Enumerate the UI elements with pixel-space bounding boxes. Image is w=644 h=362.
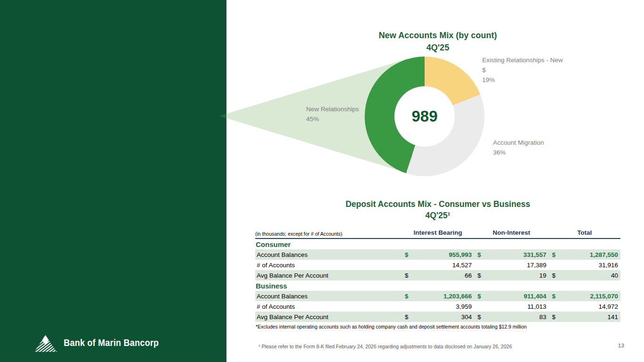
cell-value: 911,404 (524, 293, 546, 300)
table-row: Avg Balance Per Account$66$19$40 (255, 270, 620, 280)
cell-value: 83 (539, 313, 546, 321)
table-cell: $66 (401, 272, 474, 279)
dollar-sign: $ (405, 293, 409, 300)
dollar-sign: $ (552, 313, 556, 321)
cell-value: 304 (461, 313, 472, 321)
table-row: # of Accounts3,95911,01314,972 (255, 301, 620, 312)
table-row: Account Balances$955,993$331,557$1,287,5… (255, 249, 620, 260)
cell-value: 2,115,070 (590, 293, 618, 300)
cell-value: 17,389 (527, 262, 546, 269)
table-cell: $19 (474, 272, 549, 279)
donut-chart-title-line: New Accounts Mix (by count) (255, 29, 620, 41)
dollar-sign: $ (477, 251, 481, 258)
donut-center-value: 989 (411, 107, 437, 125)
dollar-sign: $ (477, 293, 481, 300)
dollar-sign: $ (477, 272, 481, 279)
cell-value: 31,916 (599, 262, 618, 269)
dollar-sign: $ (552, 293, 556, 300)
cell-value: 141 (607, 313, 618, 321)
table-title: Deposit Accounts Mix - Consumer vs Busin… (255, 198, 620, 221)
donut-chart: 989 (365, 57, 485, 176)
table-row: Account Balances$1,203,666$911,404$2,115… (255, 291, 620, 301)
table-subtitle: 4Q'25¹ (255, 210, 620, 221)
table-cell: 17,389 (474, 262, 549, 269)
units-note: (in thousands; except for # of Accounts) (255, 231, 401, 237)
table-cell: $1,287,550 (549, 251, 620, 258)
table-cell: 11,013 (474, 303, 549, 310)
dollar-sign: $ (477, 313, 481, 321)
cell-value: 11,013 (527, 303, 546, 310)
donut-label-existing-relationships: Existing Relationships - New $ 19% (482, 55, 565, 85)
page-number: 13 (618, 343, 624, 348)
slice-percent: 45% (306, 114, 359, 124)
donut-chart-subtitle: 4Q'25 (255, 41, 620, 54)
table-cell: 31,916 (549, 262, 620, 269)
table-title-line: Deposit Accounts Mix - Consumer vs Busin… (255, 198, 620, 210)
logo-text: Bank of Marin Bancorp (64, 337, 159, 348)
cell-value: 331,557 (523, 251, 546, 258)
row-label: Account Balances (255, 251, 401, 258)
table-cell: 14,972 (549, 303, 620, 310)
deposit-table-body: ConsumerAccount Balances$955,993$331,557… (255, 239, 620, 322)
cell-value: 40 (611, 272, 618, 279)
table-cell: $40 (549, 272, 620, 279)
column-header-interest-bearing: Interest Bearing (401, 229, 474, 237)
table-section-header: Business (255, 280, 620, 291)
dollar-sign: $ (552, 251, 556, 258)
cell-value: 1,287,550 (590, 251, 618, 258)
deposit-table: Deposit Accounts Mix - Consumer vs Busin… (255, 198, 620, 329)
table-cell: 14,527 (401, 262, 474, 269)
table-cell: $304 (401, 313, 474, 321)
cell-value: 66 (465, 272, 472, 279)
row-label: Avg Balance Per Account (255, 272, 401, 279)
row-label: # of Accounts (255, 303, 401, 310)
slice-label: New Relationships (306, 106, 359, 113)
slice-percent: 36% (493, 148, 592, 157)
table-cell: $1,203,666 (401, 293, 474, 300)
cell-value: 14,527 (452, 262, 472, 269)
cell-value: 1,203,666 (443, 293, 472, 300)
mountain-icon (34, 334, 59, 353)
dollar-sign: $ (405, 251, 409, 258)
table-cell: $2,115,070 (549, 293, 620, 300)
dollar-sign: $ (405, 313, 409, 321)
donut-label-account-migration: Account Migration 36% (493, 138, 592, 157)
slide-page: Granular Deposit Account Composition 45%… (0, 0, 644, 362)
sidebar-panel (0, 0, 226, 362)
table-cell: $911,404 (474, 293, 549, 300)
column-header-total: Total (549, 229, 620, 237)
table-header-row: (in thousands; except for # of Accounts)… (255, 229, 620, 239)
row-label: Avg Balance Per Account (255, 313, 401, 321)
donut-label-new-relationships: New Relationships 45% (306, 104, 359, 124)
slice-percent: 19% (482, 75, 565, 85)
donut-hole: 989 (394, 86, 455, 147)
table-section-header: Consumer (255, 239, 620, 249)
table-cell: 3,959 (401, 303, 474, 310)
slice-label: Account Migration (493, 139, 544, 146)
cell-value: 3,959 (456, 303, 472, 310)
table-cell: $141 (549, 313, 620, 321)
company-logo: Bank of Marin Bancorp (34, 334, 164, 353)
cell-value: 19 (539, 272, 546, 279)
cell-value: 14,972 (599, 303, 618, 310)
table-row: Avg Balance Per Account$304$83$141 (255, 312, 620, 322)
slide-footnote: ¹ Please refer to the Form 8-K filed Feb… (259, 344, 512, 349)
slice-label: Existing Relationships - New $ (482, 57, 563, 74)
dollar-sign: $ (405, 272, 409, 279)
column-header-non-interest: Non-Interest (474, 229, 549, 237)
cell-value: 955,993 (449, 251, 472, 258)
row-label: # of Accounts (255, 262, 401, 269)
dollar-sign: $ (552, 272, 556, 279)
row-label: Account Balances (255, 293, 401, 300)
table-row: # of Accounts14,52717,38931,916 (255, 260, 620, 270)
table-footnote: *Excludes internal operating accounts su… (255, 324, 620, 329)
table-cell: $83 (474, 313, 549, 321)
table-cell: $955,993 (401, 251, 474, 258)
donut-chart-title: New Accounts Mix (by count) 4Q'25 (255, 29, 620, 54)
table-cell: $331,557 (474, 251, 549, 258)
